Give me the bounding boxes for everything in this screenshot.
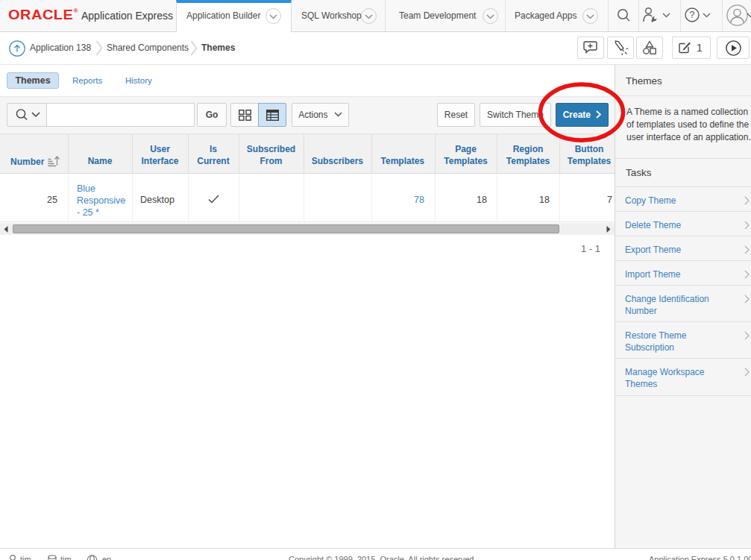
svg-text:?: ? [690,10,695,20]
